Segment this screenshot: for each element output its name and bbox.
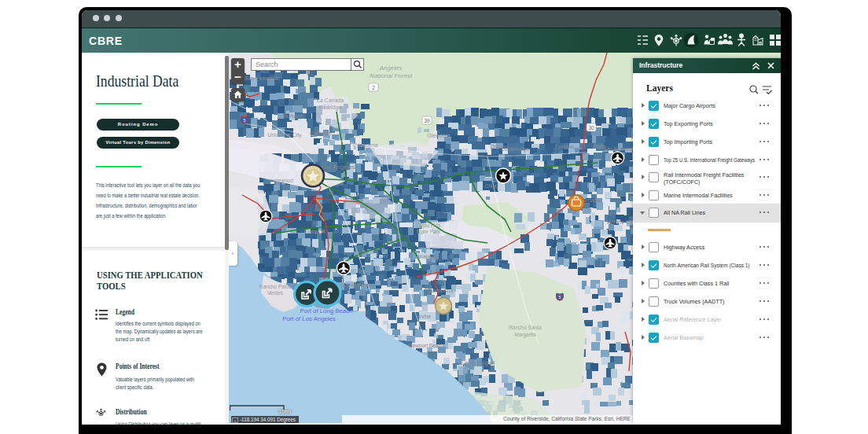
- svg-text:Pasadena: Pasadena: [353, 142, 378, 148]
- svg-text:National Forest: National Forest: [370, 72, 413, 79]
- svg-text:Anaheim: Anaheim: [416, 254, 438, 259]
- svg-text:Margarita: Margarita: [514, 332, 536, 338]
- svg-text:Compton: Compton: [304, 229, 326, 235]
- svg-text:Chino: Chino: [485, 183, 498, 189]
- svg-text:Santa Ana: Santa Ana: [428, 288, 453, 293]
- svg-text:Glendale: Glendale: [310, 131, 332, 136]
- svg-text:Laguna Niguel: Laguna Niguel: [462, 360, 495, 366]
- svg-text:Verdes: Verdes: [267, 290, 284, 296]
- svg-text:Cucamonga: Cucamonga: [501, 146, 528, 153]
- svg-text:Port of Long Beach: Port of Long Beach: [300, 307, 353, 314]
- svg-text:Angeles: Angeles: [379, 64, 403, 72]
- svg-text:San Fernando: San Fernando: [245, 75, 279, 81]
- svg-text:Rancho Santa: Rancho Santa: [509, 325, 542, 330]
- svg-text:Flintridge: Flintridge: [319, 105, 342, 111]
- svg-text:Universal City: Universal City: [267, 132, 302, 138]
- svg-text:Inglewood: Inglewood: [270, 178, 293, 184]
- svg-text:Rancho Palos: Rancho Palos: [259, 284, 292, 289]
- svg-text:Chino Hills: Chino Hills: [416, 223, 441, 228]
- svg-text:2: 2: [372, 85, 375, 90]
- svg-text:Port of Los Angeles: Port of Los Angeles: [282, 315, 336, 322]
- svg-text:5: 5: [244, 118, 246, 123]
- svg-text:30: 30: [588, 125, 594, 131]
- svg-text:Burbank: Burbank: [283, 113, 304, 119]
- svg-text:Glendora: Glendora: [428, 133, 451, 138]
- svg-text:Irvine: Irvine: [418, 314, 431, 319]
- svg-text:5: 5: [559, 295, 561, 300]
- svg-text:39: 39: [424, 118, 430, 123]
- svg-text:State Park: State Park: [417, 229, 441, 234]
- svg-text:Los Angeles: Los Angeles: [321, 164, 355, 171]
- svg-text:Newport Beach: Newport Beach: [409, 343, 444, 349]
- svg-text:Long Beach: Long Beach: [343, 282, 372, 289]
- svg-text:La Canada: La Canada: [317, 97, 344, 103]
- svg-text:Fontana: Fontana: [555, 144, 574, 149]
